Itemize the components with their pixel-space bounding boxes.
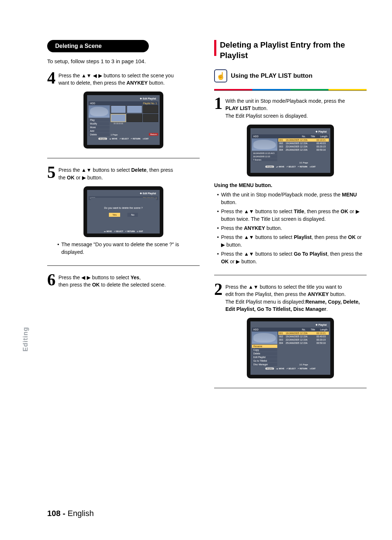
hand-icon: ☝ [214,69,227,82]
screen-delete-confirm: Edit Playlist HDDPlaylist No. 1 Do you w… [83,186,163,237]
preview-thumb [252,138,277,151]
screen-edit-playlist-thumbs: Edit Playlist HDDPlaylist No. 1 Play Mod… [83,92,163,149]
subheading: Using the PLAY LIST button [231,72,313,80]
page-footer: 108 - English [47,509,94,518]
menu-subheading: Using the MENU button. [214,182,367,188]
heading-accent [214,40,216,56]
left-column: Deleting a Scene To setup, follow steps … [47,40,200,395]
step-6: 6 Press the ◀ ▶ buttons to select Yes, t… [47,272,200,289]
step-4: 4 Press the ▲▼ ◀ ▶ buttons to select the… [47,70,200,87]
dialog-no: No [127,213,138,217]
confirm-bullet: The message "Do you want to delete the s… [61,241,200,256]
step-number: 4 [47,70,56,85]
preview-thumb [89,105,110,118]
screen-playlist-list: Playlist HDD No.TitleLength 16/JAN/2005 … [247,125,334,176]
right-column: Deleting a Playlist Entry from the Playl… [214,40,367,395]
step-1: 1 With the unit in Stop mode/Playback mo… [214,96,367,119]
step-2: 2 Press the ▲▼ buttons to select the tit… [214,282,367,313]
screen-playlist-menu: Playlist HDD No.TitleLength Rename Copy … [247,318,334,378]
dialog-yes: Yes [109,213,120,217]
step-5: 5 Press the ▲▼ buttons to select Delete,… [47,165,200,181]
section-heading: Deleting a Playlist Entry from the Playl… [214,40,367,61]
side-tab: Editing [22,327,29,352]
intro-text: To setup, follow steps 1 to 3 in page 10… [47,57,200,65]
section-heading-pill: Deleting a Scene [47,40,149,52]
